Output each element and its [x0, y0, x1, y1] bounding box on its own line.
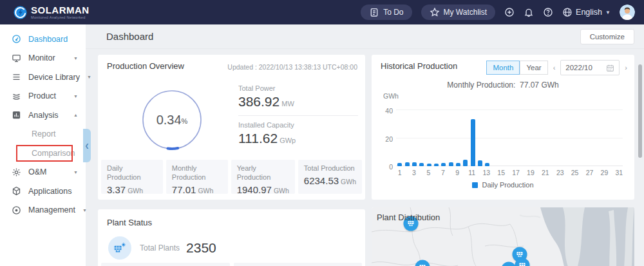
bar-day-2[interactable] [405, 162, 410, 166]
bar-slot-day-28 [594, 110, 601, 166]
bar-slot-day-12 [477, 110, 484, 166]
period-toggle: Month Year [486, 61, 547, 75]
chart-y-axis-unit: GWh [383, 92, 399, 100]
todo-button[interactable]: To Do [361, 5, 412, 20]
stat-value: 1940.97GWh [237, 184, 289, 195]
chevron-down-icon: ▼ [73, 170, 78, 175]
notifications-bell-icon[interactable] [524, 7, 534, 17]
language-label: English [576, 8, 602, 17]
x-tick-label: 27 [586, 169, 594, 176]
bar-slot-day-20 [535, 110, 542, 166]
add-plus-icon[interactable] [504, 7, 515, 17]
star-icon [430, 7, 440, 17]
sidebar-item-analysis[interactable]: Analysis▲ [0, 106, 86, 125]
y-tick-label: 20 [385, 135, 393, 143]
help-question-icon[interactable] [543, 7, 553, 17]
next-period-arrow[interactable]: › [624, 64, 628, 71]
plant-status-title: Plant Status [107, 218, 152, 227]
sidebar-item-label: Analysis [28, 111, 66, 120]
sidebar-item-o-m[interactable]: O&M▼ [0, 163, 86, 182]
x-tick-label: 23 [556, 169, 564, 176]
bar-day-6[interactable] [434, 164, 439, 166]
sidebar-item-monitor[interactable]: Monitor▼ [0, 49, 86, 68]
bar-slot-day-16 [506, 110, 513, 166]
monitor-icon [12, 53, 21, 63]
x-tick-label: 17 [512, 169, 520, 176]
sidebar-item-product[interactable]: Product▼ [0, 87, 86, 106]
bar-day-11[interactable] [471, 119, 475, 166]
gauge-value: 0.34 [156, 113, 182, 128]
sidebar-item-label: Dashboard [28, 35, 78, 44]
bar-day-9[interactable] [456, 163, 460, 166]
sidebar-item-report[interactable]: Report [0, 125, 86, 144]
user-avatar[interactable] [620, 5, 635, 20]
solarman-app: SOLARMAN Monitored Analyzed Networked To… [0, 0, 644, 266]
sidebar-item-management[interactable]: Management▼ [0, 201, 86, 220]
bar-slot-day-5 [425, 110, 432, 166]
bar-day-8[interactable] [449, 162, 453, 166]
sidebar: DashboardMonitor▼Device Library▼Product▼… [0, 24, 86, 266]
bar-slot-day-4 [418, 110, 425, 166]
bar-slot-day-14 [491, 110, 498, 166]
x-tick-label [578, 169, 585, 176]
globe-icon [562, 7, 573, 17]
chart-legend[interactable]: Daily Production [372, 181, 634, 189]
sidebar-item-label: O&M [28, 167, 66, 176]
stat-tile-total-production: Total Production6234.53GWh [298, 160, 362, 194]
x-tick-label: 9 [454, 169, 461, 176]
page-scrollbar[interactable] [638, 64, 642, 158]
x-tick-label: 31 [615, 169, 623, 176]
x-tick-label [446, 169, 453, 176]
watchlist-label: My Watchlist [444, 8, 488, 17]
sidebar-item-label: Monitor [28, 53, 66, 62]
bar-day-5[interactable] [427, 164, 431, 166]
bar-day-13[interactable] [485, 163, 489, 166]
brand-logo[interactable]: SOLARMAN Monitored Analyzed Networked [13, 5, 90, 20]
sidebar-menu: DashboardMonitor▼Device Library▼Product▼… [0, 24, 86, 220]
gear-icon [12, 167, 21, 177]
sidebar-item-comparison[interactable]: Comparison [0, 144, 86, 163]
sidebar-item-applications[interactable]: Applications [0, 182, 86, 201]
watchlist-button[interactable]: My Watchlist [421, 5, 496, 20]
bar-slot-day-30 [608, 110, 615, 166]
page-title: Dashboard [106, 31, 153, 42]
bar-day-3[interactable] [412, 162, 417, 166]
bar-slot-day-6 [433, 110, 440, 166]
date-picker-input[interactable]: 2022/10 [560, 60, 620, 75]
sidebar-item-label: Comparison [32, 149, 78, 158]
bar-day-7[interactable] [441, 163, 446, 166]
stat-value: 6234.53GWh [304, 175, 356, 186]
applications-icon [12, 186, 21, 196]
language-selector[interactable]: English ▼ [562, 7, 611, 17]
x-tick-label: 5 [425, 169, 432, 176]
total-power-value: 386.92MW [238, 94, 358, 109]
bar-day-10[interactable] [463, 160, 468, 166]
customize-button[interactable]: Customize [580, 29, 634, 44]
prev-period-arrow[interactable]: ‹ [553, 64, 556, 71]
total-power-unit: MW [281, 100, 294, 108]
stat-label: Monthly Production [172, 164, 222, 182]
bar-slot-day-1 [396, 110, 403, 166]
chevron-down-icon: ▼ [605, 10, 611, 15]
x-tick-label [520, 169, 527, 176]
bar-series [396, 110, 623, 166]
x-tick-label: 29 [601, 169, 609, 176]
x-tick-label [549, 169, 556, 176]
sidebar-item-device-library[interactable]: Device Library▼ [0, 68, 86, 87]
bar-slot-day-22 [550, 110, 557, 166]
bar-slot-day-18 [520, 110, 527, 166]
sidebar-item-dashboard[interactable]: Dashboard [0, 30, 86, 49]
month-toggle-button[interactable]: Month [486, 61, 520, 75]
bar-slot-day-19 [527, 110, 535, 166]
bar-day-1[interactable] [397, 163, 402, 166]
y-tick-label: 0 [389, 163, 393, 171]
bar-day-12[interactable] [478, 160, 482, 166]
year-toggle-button[interactable]: Year [520, 61, 547, 75]
gauge-unit: % [182, 117, 188, 125]
x-tick-label [608, 169, 615, 176]
bar-day-4[interactable] [419, 163, 424, 166]
sidebar-collapse-handle[interactable]: ❮ [83, 129, 91, 162]
sidebar-item-label: Management [28, 205, 75, 214]
date-value: 2022/10 [565, 64, 592, 71]
sidebar-item-label: Report [32, 129, 78, 138]
